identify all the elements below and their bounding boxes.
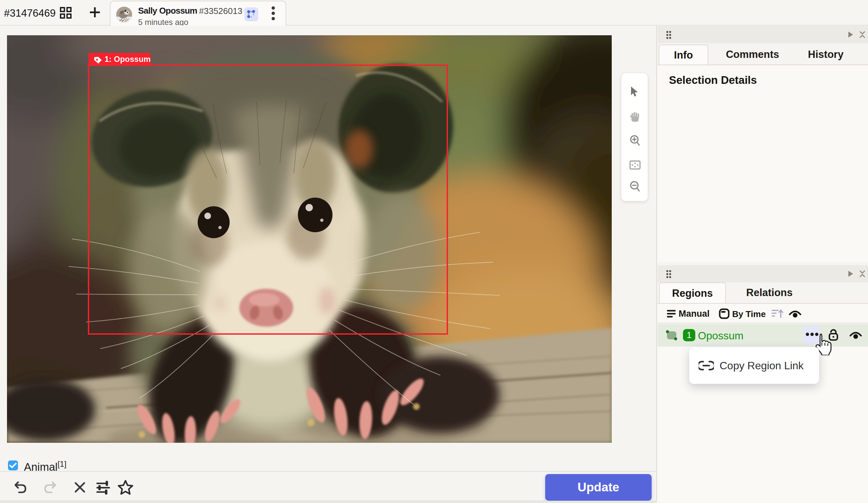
svg-text:1: Opossum: 1: Opossum	[104, 54, 151, 64]
